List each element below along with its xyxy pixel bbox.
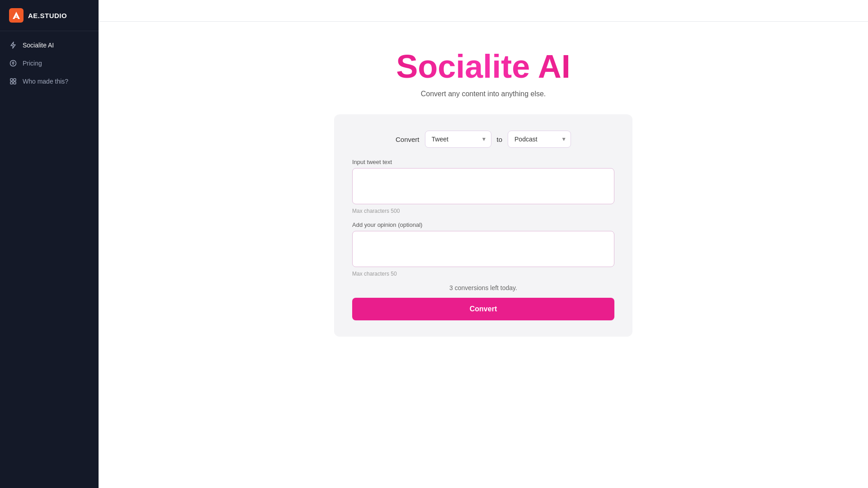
sidebar-item-label-pricing: Pricing	[23, 60, 42, 67]
logo-text: AE.STUDIO	[28, 12, 67, 19]
sidebar-item-pricing[interactable]: Pricing	[0, 55, 99, 72]
svg-rect-2	[10, 79, 13, 81]
sidebar-item-who-made-this[interactable]: Who made this?	[0, 73, 99, 90]
main-content: Socialite AI Convert any content into an…	[99, 22, 868, 488]
svg-rect-5	[14, 82, 16, 84]
convert-button[interactable]: Convert	[352, 298, 614, 320]
sidebar-item-label-socialite-ai: Socialite AI	[23, 42, 54, 49]
opinion-input-group: Add your opinion (optional) Max characte…	[352, 221, 614, 277]
sidebar-item-socialite-ai[interactable]: Socialite AI	[0, 37, 99, 54]
convert-label: Convert	[396, 136, 420, 143]
grid-icon	[9, 77, 17, 85]
converter-card: Convert Tweet Blog Post LinkedIn Post Yo…	[334, 114, 632, 337]
sidebar-nav: Socialite AI Pricing Who m	[0, 31, 99, 95]
page-subtitle: Convert any content into anything else.	[421, 90, 546, 98]
opinion-input-hint: Max characters 50	[352, 271, 614, 277]
ae-studio-logo-icon	[9, 8, 24, 23]
svg-point-1	[10, 61, 16, 66]
bolt-icon	[9, 41, 17, 49]
to-label: to	[497, 136, 503, 143]
tweet-input-label: Input tweet text	[352, 159, 614, 165]
opinion-input-label: Add your opinion (optional)	[352, 221, 614, 228]
sidebar-logo[interactable]: AE.STUDIO	[0, 0, 99, 31]
to-select[interactable]: Podcast Blog Post LinkedIn Post Tweet	[508, 131, 571, 148]
to-select-wrapper: Podcast Blog Post LinkedIn Post Tweet ▼	[508, 131, 571, 148]
main-content-area: Socialite AI Convert any content into an…	[99, 0, 868, 488]
sidebar-item-label-who-made-this: Who made this?	[23, 78, 68, 85]
tweet-input-hint: Max characters 500	[352, 208, 614, 214]
tweet-input[interactable]	[352, 168, 614, 204]
page-title: Socialite AI	[396, 49, 570, 84]
sidebar: AE.STUDIO Socialite AI Pricing	[0, 0, 99, 488]
svg-rect-4	[10, 82, 13, 84]
conversions-left-text: 3 conversions left today.	[352, 284, 614, 291]
convert-row: Convert Tweet Blog Post LinkedIn Post Yo…	[352, 131, 614, 148]
from-select-wrapper: Tweet Blog Post LinkedIn Post YouTube Sc…	[425, 131, 491, 148]
svg-rect-3	[14, 79, 16, 81]
tweet-input-group: Input tweet text Max characters 500	[352, 159, 614, 214]
from-select[interactable]: Tweet Blog Post LinkedIn Post YouTube Sc…	[425, 131, 491, 148]
dollar-icon	[9, 59, 17, 67]
opinion-input[interactable]	[352, 231, 614, 267]
main-header	[99, 0, 868, 22]
